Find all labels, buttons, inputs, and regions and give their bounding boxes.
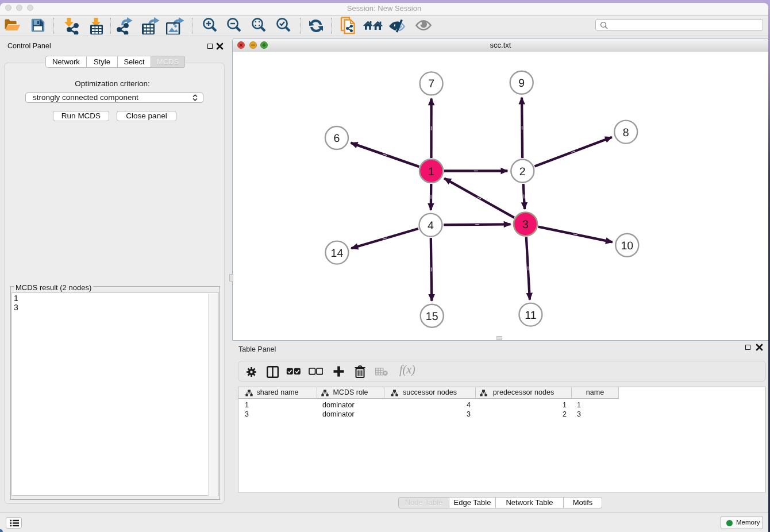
svg-text:8: 8 [623, 126, 629, 139]
svg-text:11: 11 [525, 309, 536, 322]
svg-text:14: 14 [331, 247, 344, 260]
svg-text:1: 1 [428, 165, 434, 178]
svg-text:7: 7 [428, 78, 434, 90]
svg-text:15: 15 [426, 310, 438, 323]
svg-text:4: 4 [428, 219, 434, 232]
svg-text:6: 6 [334, 132, 340, 145]
svg-text:9: 9 [518, 77, 525, 90]
svg-text:2: 2 [519, 165, 526, 178]
svg-text:10: 10 [621, 240, 633, 252]
svg-text:3: 3 [522, 218, 529, 231]
